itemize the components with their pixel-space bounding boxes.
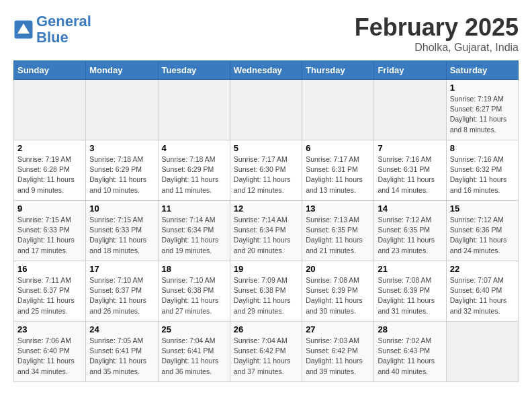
calendar-cell	[302, 80, 374, 140]
calendar-week-row: 23Sunrise: 7:06 AM Sunset: 6:40 PM Dayli…	[14, 322, 519, 382]
day-info: Sunrise: 7:14 AM Sunset: 6:34 PM Dayligh…	[234, 215, 298, 256]
column-header-saturday: Saturday	[446, 61, 518, 80]
day-number: 17	[89, 264, 154, 274]
calendar-cell: 12Sunrise: 7:14 AM Sunset: 6:34 PM Dayli…	[230, 201, 302, 261]
calendar-cell: 16Sunrise: 7:11 AM Sunset: 6:37 PM Dayli…	[14, 261, 86, 322]
day-info: Sunrise: 7:16 AM Sunset: 6:32 PM Dayligh…	[450, 154, 515, 195]
day-number: 4	[162, 143, 226, 153]
day-info: Sunrise: 7:08 AM Sunset: 6:39 PM Dayligh…	[378, 275, 442, 316]
day-number: 14	[378, 203, 442, 214]
day-info: Sunrise: 7:14 AM Sunset: 6:34 PM Dayligh…	[162, 215, 226, 256]
calendar-cell: 27Sunrise: 7:03 AM Sunset: 6:42 PM Dayli…	[302, 322, 374, 382]
calendar-cell: 1Sunrise: 7:19 AM Sunset: 6:27 PM Daylig…	[446, 80, 518, 140]
calendar-week-row: 1Sunrise: 7:19 AM Sunset: 6:27 PM Daylig…	[14, 80, 519, 140]
day-info: Sunrise: 7:08 AM Sunset: 6:39 PM Dayligh…	[306, 275, 370, 316]
day-number: 25	[162, 324, 226, 334]
day-info: Sunrise: 7:05 AM Sunset: 6:41 PM Dayligh…	[89, 336, 154, 377]
calendar-cell: 5Sunrise: 7:17 AM Sunset: 6:30 PM Daylig…	[230, 140, 302, 201]
day-info: Sunrise: 7:09 AM Sunset: 6:38 PM Dayligh…	[234, 275, 298, 316]
day-info: Sunrise: 7:10 AM Sunset: 6:38 PM Dayligh…	[162, 275, 226, 316]
calendar-cell: 11Sunrise: 7:14 AM Sunset: 6:34 PM Dayli…	[158, 201, 230, 261]
calendar-cell	[446, 322, 518, 382]
day-number: 13	[306, 203, 370, 214]
calendar-cell	[86, 80, 158, 140]
calendar-cell: 8Sunrise: 7:16 AM Sunset: 6:32 PM Daylig…	[446, 140, 518, 201]
day-number: 11	[162, 203, 226, 214]
day-info: Sunrise: 7:04 AM Sunset: 6:42 PM Dayligh…	[234, 336, 298, 377]
calendar-cell	[374, 80, 446, 140]
day-info: Sunrise: 7:19 AM Sunset: 6:27 PM Dayligh…	[450, 94, 515, 135]
calendar-cell: 26Sunrise: 7:04 AM Sunset: 6:42 PM Dayli…	[230, 322, 302, 382]
calendar-cell: 25Sunrise: 7:04 AM Sunset: 6:41 PM Dayli…	[158, 322, 230, 382]
column-header-tuesday: Tuesday	[158, 61, 230, 80]
calendar-cell: 22Sunrise: 7:07 AM Sunset: 6:40 PM Dayli…	[446, 261, 518, 322]
day-number: 5	[234, 143, 298, 153]
day-number: 22	[450, 264, 515, 274]
calendar-cell: 24Sunrise: 7:05 AM Sunset: 6:41 PM Dayli…	[86, 322, 158, 382]
column-header-wednesday: Wednesday	[230, 61, 302, 80]
calendar-cell	[230, 80, 302, 140]
day-info: Sunrise: 7:18 AM Sunset: 6:29 PM Dayligh…	[162, 154, 226, 195]
day-number: 9	[17, 203, 82, 214]
day-info: Sunrise: 7:12 AM Sunset: 6:36 PM Dayligh…	[450, 215, 515, 256]
calendar-cell: 4Sunrise: 7:18 AM Sunset: 6:29 PM Daylig…	[158, 140, 230, 201]
month-title: February 2025	[355, 13, 519, 42]
logo: General Blue	[13, 13, 91, 46]
day-number: 6	[306, 143, 370, 153]
calendar-cell: 7Sunrise: 7:16 AM Sunset: 6:31 PM Daylig…	[374, 140, 446, 201]
day-info: Sunrise: 7:06 AM Sunset: 6:40 PM Dayligh…	[17, 336, 82, 377]
calendar-cell	[158, 80, 230, 140]
day-number: 26	[234, 324, 298, 334]
day-number: 8	[450, 143, 515, 153]
calendar-cell: 9Sunrise: 7:15 AM Sunset: 6:33 PM Daylig…	[14, 201, 86, 261]
calendar-table: SundayMondayTuesdayWednesdayThursdayFrid…	[13, 60, 519, 382]
calendar-cell: 3Sunrise: 7:18 AM Sunset: 6:29 PM Daylig…	[86, 140, 158, 201]
day-number: 16	[17, 264, 82, 274]
calendar-week-row: 2Sunrise: 7:19 AM Sunset: 6:28 PM Daylig…	[14, 140, 519, 201]
day-info: Sunrise: 7:11 AM Sunset: 6:37 PM Dayligh…	[17, 275, 82, 316]
calendar-cell: 2Sunrise: 7:19 AM Sunset: 6:28 PM Daylig…	[14, 140, 86, 201]
calendar-cell: 15Sunrise: 7:12 AM Sunset: 6:36 PM Dayli…	[446, 201, 518, 261]
day-number: 12	[234, 203, 298, 214]
day-number: 28	[378, 324, 442, 334]
day-info: Sunrise: 7:03 AM Sunset: 6:42 PM Dayligh…	[306, 336, 370, 377]
day-info: Sunrise: 7:15 AM Sunset: 6:33 PM Dayligh…	[89, 215, 154, 256]
logo-icon	[13, 19, 34, 40]
day-number: 20	[306, 264, 370, 274]
day-number: 7	[378, 143, 442, 153]
calendar-cell: 18Sunrise: 7:10 AM Sunset: 6:38 PM Dayli…	[158, 261, 230, 322]
column-header-thursday: Thursday	[302, 61, 374, 80]
calendar-cell: 6Sunrise: 7:17 AM Sunset: 6:31 PM Daylig…	[302, 140, 374, 201]
day-info: Sunrise: 7:16 AM Sunset: 6:31 PM Dayligh…	[378, 154, 442, 195]
day-info: Sunrise: 7:19 AM Sunset: 6:28 PM Dayligh…	[17, 154, 82, 195]
calendar-cell: 19Sunrise: 7:09 AM Sunset: 6:38 PM Dayli…	[230, 261, 302, 322]
day-info: Sunrise: 7:12 AM Sunset: 6:35 PM Dayligh…	[378, 215, 442, 256]
day-number: 19	[234, 264, 298, 274]
day-number: 2	[17, 143, 82, 153]
day-number: 27	[306, 324, 370, 334]
column-header-monday: Monday	[86, 61, 158, 80]
logo-line2: Blue	[36, 29, 69, 46]
day-number: 18	[162, 264, 226, 274]
page-header: General Blue February 2025 Dholka, Gujar…	[13, 13, 519, 54]
day-info: Sunrise: 7:15 AM Sunset: 6:33 PM Dayligh…	[17, 215, 82, 256]
calendar-cell: 13Sunrise: 7:13 AM Sunset: 6:35 PM Dayli…	[302, 201, 374, 261]
day-number: 21	[378, 264, 442, 274]
day-info: Sunrise: 7:04 AM Sunset: 6:41 PM Dayligh…	[162, 336, 226, 377]
day-info: Sunrise: 7:13 AM Sunset: 6:35 PM Dayligh…	[306, 215, 370, 256]
calendar-cell: 28Sunrise: 7:02 AM Sunset: 6:43 PM Dayli…	[374, 322, 446, 382]
calendar-cell: 10Sunrise: 7:15 AM Sunset: 6:33 PM Dayli…	[86, 201, 158, 261]
column-header-sunday: Sunday	[14, 61, 86, 80]
day-info: Sunrise: 7:10 AM Sunset: 6:37 PM Dayligh…	[89, 275, 154, 316]
calendar-cell	[14, 80, 86, 140]
day-number: 23	[17, 324, 82, 334]
calendar-week-row: 9Sunrise: 7:15 AM Sunset: 6:33 PM Daylig…	[14, 201, 519, 261]
calendar-cell: 21Sunrise: 7:08 AM Sunset: 6:39 PM Dayli…	[374, 261, 446, 322]
logo-text: General Blue	[36, 13, 91, 46]
calendar-week-row: 16Sunrise: 7:11 AM Sunset: 6:37 PM Dayli…	[14, 261, 519, 322]
day-info: Sunrise: 7:18 AM Sunset: 6:29 PM Dayligh…	[89, 154, 154, 195]
day-number: 10	[89, 203, 154, 214]
calendar-header-row: SundayMondayTuesdayWednesdayThursdayFrid…	[14, 61, 519, 80]
day-info: Sunrise: 7:07 AM Sunset: 6:40 PM Dayligh…	[450, 275, 515, 316]
day-info: Sunrise: 7:17 AM Sunset: 6:30 PM Dayligh…	[234, 154, 298, 195]
